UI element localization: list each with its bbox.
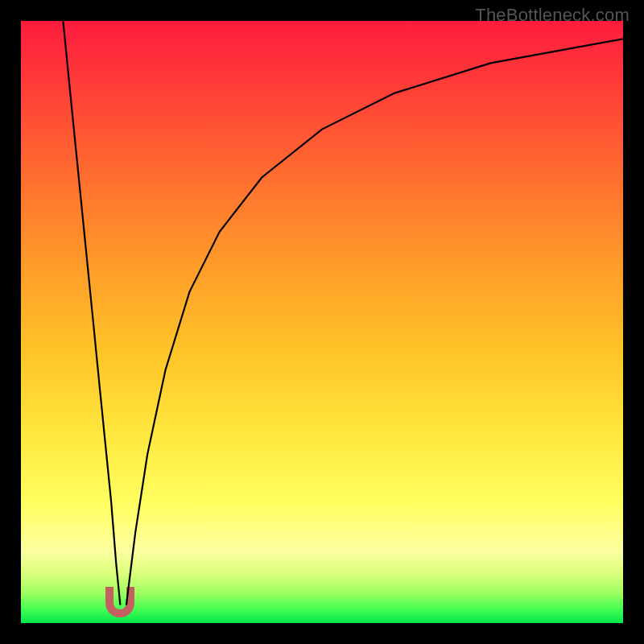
curve-right-branch [126, 39, 623, 605]
chart-frame: TheBottleneck.com [0, 0, 644, 644]
plot-area [21, 21, 623, 623]
curve-left-branch [63, 21, 120, 605]
curve-layer [21, 21, 623, 623]
watermark-text: TheBottleneck.com [475, 5, 630, 26]
